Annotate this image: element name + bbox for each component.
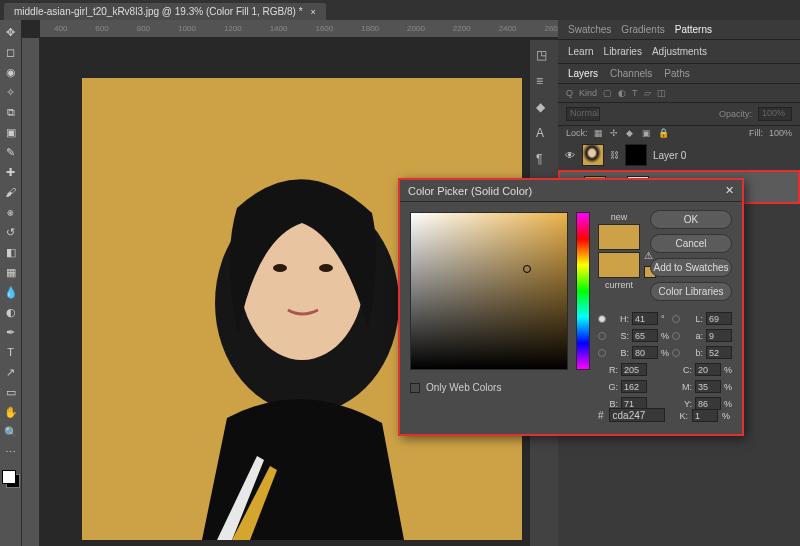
color-swatch[interactable] [2, 470, 20, 488]
zoom-tool-icon[interactable]: 🔍 [3, 424, 19, 440]
s-input[interactable] [632, 329, 658, 342]
current-label: current [598, 280, 640, 290]
actions-panel-icon[interactable]: ¶ [536, 152, 552, 168]
lock-pos-icon[interactable]: ✢ [610, 128, 620, 138]
m-input[interactable] [695, 380, 721, 393]
close-icon[interactable]: ✕ [725, 184, 734, 197]
blend-mode-select[interactable]: Normal [566, 107, 600, 121]
h-input[interactable] [632, 312, 658, 325]
hex-label: # [598, 410, 604, 421]
bb-input[interactable] [706, 346, 732, 359]
info-panel-icon[interactable]: A [536, 126, 552, 142]
crop-tool-icon[interactable]: ⧉ [3, 104, 19, 120]
tab-gradients[interactable]: Gradients [621, 24, 664, 35]
filter-type-icon[interactable]: T [632, 88, 638, 98]
add-swatches-button[interactable]: Add to Swatches [650, 258, 732, 277]
styles-panel-icon[interactable]: ◆ [536, 100, 552, 116]
dodge-tool-icon[interactable]: ◐ [3, 304, 19, 320]
kind-label: Q [566, 88, 573, 98]
more-tool-icon[interactable]: ⋯ [3, 444, 19, 460]
stamp-tool-icon[interactable]: ⎈ [3, 204, 19, 220]
tab-swatches[interactable]: Swatches [568, 24, 611, 35]
history-panel-icon[interactable]: ◳ [536, 48, 552, 64]
link-icon: ⛓ [610, 150, 619, 160]
path-tool-icon[interactable]: ↗ [3, 364, 19, 380]
shape-tool-icon[interactable]: ▭ [3, 384, 19, 400]
kind-text: Kind [579, 88, 597, 98]
web-colors-checkbox[interactable] [410, 383, 420, 393]
color-cursor[interactable] [523, 265, 531, 273]
filter-pixel-icon[interactable]: ▢ [603, 88, 612, 98]
document-tab[interactable]: middle-asian-girl_t20_kRv8l3.jpg @ 19.3%… [4, 3, 326, 20]
layer-thumbnail[interactable] [582, 144, 604, 166]
color-field[interactable] [410, 212, 568, 370]
lock-all-icon[interactable]: ▦ [594, 128, 604, 138]
tab-layers[interactable]: Layers [568, 68, 598, 79]
eyedropper-tool-icon[interactable]: ✎ [3, 144, 19, 160]
tab-paths[interactable]: Paths [664, 68, 690, 79]
brushes-panel-icon[interactable]: ≡ [536, 74, 552, 90]
fill-label: Fill: [749, 128, 763, 138]
fill-input[interactable]: 100% [769, 128, 792, 138]
wand-tool-icon[interactable]: ✧ [3, 84, 19, 100]
gradient-tool-icon[interactable]: ▦ [3, 264, 19, 280]
new-label: new [598, 212, 640, 222]
horizontal-ruler: 4006008001000120014001600180020002200240… [40, 20, 558, 38]
cancel-button[interactable]: Cancel [650, 234, 732, 253]
hex-input[interactable] [609, 408, 665, 422]
lock-art-icon[interactable]: ▣ [642, 128, 652, 138]
r-input[interactable] [621, 363, 647, 376]
visibility-icon[interactable]: 👁 [564, 150, 576, 161]
pen-tool-icon[interactable]: ✒ [3, 324, 19, 340]
lasso-tool-icon[interactable]: ◉ [3, 64, 19, 80]
vertical-ruler [22, 38, 40, 546]
layer-name[interactable]: Layer 0 [653, 150, 686, 161]
layer-mask[interactable] [625, 144, 647, 166]
l-input[interactable] [706, 312, 732, 325]
blur-tool-icon[interactable]: 💧 [3, 284, 19, 300]
opacity-input[interactable]: 100% [758, 107, 792, 121]
web-colors-label: Only Web Colors [426, 382, 501, 393]
tab-learn[interactable]: Learn [568, 46, 594, 57]
bb-radio[interactable] [672, 349, 680, 357]
s-radio[interactable] [598, 332, 606, 340]
a-input[interactable] [706, 329, 732, 342]
svg-point-4 [319, 264, 333, 272]
g-input[interactable] [621, 380, 647, 393]
dialog-title: Color Picker (Solid Color) [408, 185, 532, 197]
type-tool-icon[interactable]: T [3, 344, 19, 360]
svg-point-3 [273, 264, 287, 272]
close-tab-icon[interactable]: × [311, 7, 316, 17]
h-radio[interactable] [598, 315, 606, 323]
brush-tool-icon[interactable]: 🖌 [3, 184, 19, 200]
c-input[interactable] [695, 363, 721, 376]
hue-slider[interactable] [576, 212, 590, 370]
current-color-swatch [598, 252, 640, 278]
filter-smart-icon[interactable]: ◫ [657, 88, 666, 98]
lock-pix-icon[interactable]: ◆ [626, 128, 636, 138]
eraser-tool-icon[interactable]: ◧ [3, 244, 19, 260]
lock-icon[interactable]: 🔒 [658, 128, 668, 138]
b-input[interactable] [632, 346, 658, 359]
hand-tool-icon[interactable]: ✋ [3, 404, 19, 420]
tab-channels[interactable]: Channels [610, 68, 652, 79]
filter-shape-icon[interactable]: ▱ [644, 88, 651, 98]
move-tool-icon[interactable]: ✥ [3, 24, 19, 40]
opacity-label: Opacity: [719, 109, 752, 119]
layer-row-0[interactable]: 👁 ⛓ Layer 0 [558, 140, 800, 170]
toolbar: ✥ ◻ ◉ ✧ ⧉ ▣ ✎ ✚ 🖌 ⎈ ↺ ◧ ▦ 💧 ◐ ✒ T ↗ ▭ ✋ … [0, 20, 22, 546]
ok-button[interactable]: OK [650, 210, 732, 229]
color-libraries-button[interactable]: Color Libraries [650, 282, 732, 301]
l-radio[interactable] [672, 315, 680, 323]
a-radio[interactable] [672, 332, 680, 340]
filter-adj-icon[interactable]: ◐ [618, 88, 626, 98]
tab-adjustments[interactable]: Adjustments [652, 46, 707, 57]
heal-tool-icon[interactable]: ✚ [3, 164, 19, 180]
tab-patterns[interactable]: Patterns [675, 24, 712, 35]
frame-tool-icon[interactable]: ▣ [3, 124, 19, 140]
history-brush-icon[interactable]: ↺ [3, 224, 19, 240]
k-input[interactable] [692, 409, 718, 422]
tab-libraries[interactable]: Libraries [604, 46, 642, 57]
marquee-tool-icon[interactable]: ◻ [3, 44, 19, 60]
b-radio[interactable] [598, 349, 606, 357]
